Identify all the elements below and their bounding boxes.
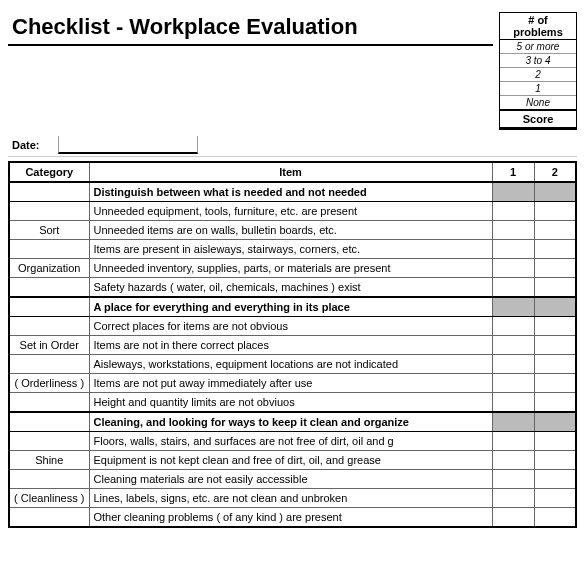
score-cell-1[interactable] [492,451,534,470]
checklist-item: Correct places for items are not obvious [89,317,492,336]
score-cell-1[interactable] [492,432,534,451]
category-cell [9,317,89,336]
checklist-item: Height and quantity limits are not obviu… [89,393,492,413]
score-header: Score [500,111,576,129]
checklist-item: Lines, labels, signs, etc. are not clean… [89,489,492,508]
checklist-item: Unneeded equipment, tools, furniture, et… [89,202,492,221]
category-cell: Shine [9,451,89,470]
score-cell-2[interactable] [534,470,576,489]
section-header: Cleaning, and looking for ways to keep i… [89,412,492,432]
category-cell [9,470,89,489]
checklist-item: Items are not in there correct places [89,336,492,355]
col-score-2: 2 [534,162,576,182]
score-cell-1[interactable] [492,489,534,508]
score-cell-1[interactable] [492,240,534,259]
score-cell-2[interactable] [534,297,576,317]
score-cell-1[interactable] [492,470,534,489]
category-cell [9,355,89,374]
score-cell-2[interactable] [534,412,576,432]
checklist-item: Unneeded inventory, supplies, parts, or … [89,259,492,278]
category-cell [9,412,89,432]
score-cell-1[interactable] [492,259,534,278]
checklist-table: Category Item 1 2 Distinguish between wh… [8,161,577,528]
checklist-item: Equipment is not kept clean and free of … [89,451,492,470]
problem-level: 3 to 4 [500,54,576,68]
score-cell-2[interactable] [534,182,576,202]
category-cell [9,393,89,413]
date-input[interactable] [58,136,198,154]
category-cell [9,182,89,202]
score-cell-1[interactable] [492,182,534,202]
date-label: Date: [8,139,58,151]
category-cell: Set in Order [9,336,89,355]
score-cell-2[interactable] [534,508,576,528]
problems-legend: # of problems 5 or more 3 to 4 2 1 None … [499,12,577,130]
problem-level: 1 [500,82,576,96]
checklist-item: Unneeded items are on walls, bulletin bo… [89,221,492,240]
score-cell-2[interactable] [534,489,576,508]
problem-level: 5 or more [500,40,576,54]
score-cell-2[interactable] [534,355,576,374]
score-cell-1[interactable] [492,508,534,528]
category-cell [9,240,89,259]
checklist-item: Floors, walls, stairs, and surfaces are … [89,432,492,451]
category-cell [9,202,89,221]
score-cell-1[interactable] [492,317,534,336]
score-cell-2[interactable] [534,336,576,355]
category-cell: ( Cleanliness ) [9,489,89,508]
section-header: Distinguish between what is needed and n… [89,182,492,202]
col-score-1: 1 [492,162,534,182]
score-cell-2[interactable] [534,259,576,278]
score-cell-1[interactable] [492,355,534,374]
score-cell-1[interactable] [492,393,534,413]
checklist-item: Items are not put away immediately after… [89,374,492,393]
col-category: Category [9,162,89,182]
problem-level: None [500,96,576,111]
score-cell-2[interactable] [534,240,576,259]
score-cell-1[interactable] [492,336,534,355]
score-cell-2[interactable] [534,317,576,336]
score-cell-1[interactable] [492,374,534,393]
checklist-item: Cleaning materials are not easily access… [89,470,492,489]
score-cell-1[interactable] [492,221,534,240]
category-cell [9,278,89,298]
category-cell: Sort [9,221,89,240]
score-cell-1[interactable] [492,278,534,298]
score-cell-2[interactable] [534,278,576,298]
page-title: Checklist - Workplace Evaluation [8,12,493,46]
score-cell-2[interactable] [534,221,576,240]
category-cell [9,297,89,317]
category-cell: ( Orderliness ) [9,374,89,393]
checklist-item: Items are present in aisleways, stairway… [89,240,492,259]
category-cell [9,432,89,451]
score-cell-2[interactable] [534,451,576,470]
checklist-item: Aisleways, workstations, equipment locat… [89,355,492,374]
problem-level: 2 [500,68,576,82]
score-cell-1[interactable] [492,412,534,432]
checklist-item: Safety hazards ( water, oil, chemicals, … [89,278,492,298]
score-cell-1[interactable] [492,202,534,221]
col-item: Item [89,162,492,182]
score-cell-2[interactable] [534,202,576,221]
score-cell-1[interactable] [492,297,534,317]
category-cell: Organization [9,259,89,278]
checklist-item: Other cleaning problems ( of any kind ) … [89,508,492,528]
problems-header: # of problems [500,13,576,40]
score-cell-2[interactable] [534,393,576,413]
score-cell-2[interactable] [534,374,576,393]
section-header: A place for everything and everything in… [89,297,492,317]
category-cell [9,508,89,528]
score-cell-2[interactable] [534,432,576,451]
